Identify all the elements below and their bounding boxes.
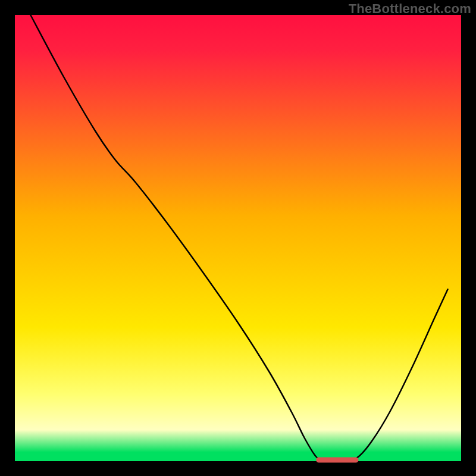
optimal-range-marker	[316, 458, 358, 463]
watermark-text: TheBottleneck.com	[349, 1, 471, 17]
plot-background	[15, 15, 461, 461]
chart-container: TheBottleneck.com	[0, 0, 476, 476]
bottleneck-chart	[0, 0, 476, 476]
